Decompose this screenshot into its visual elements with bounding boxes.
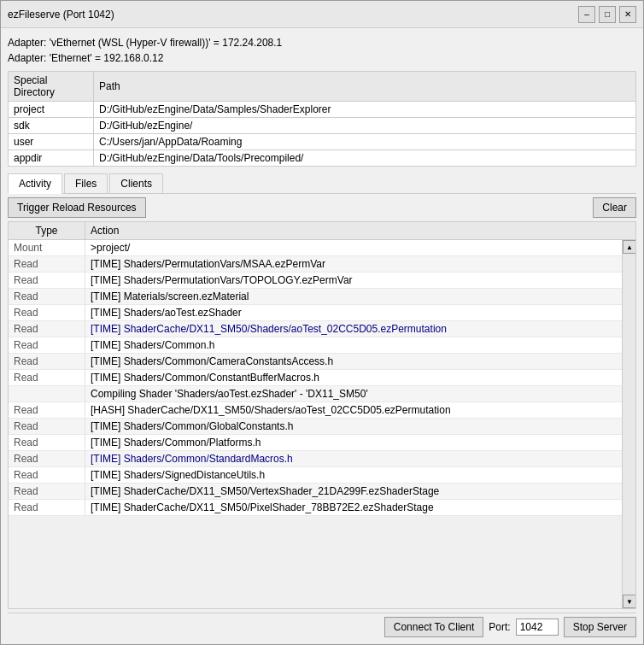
activity-action: [TIME] Shaders/aoTest.ezShader: [85, 305, 622, 320]
list-item: Read[TIME] Shaders/Common.h: [9, 337, 622, 354]
col-action-header: Action: [85, 222, 635, 239]
activity-type: Mount: [9, 240, 85, 255]
list-item: Read[TIME] Shaders/Common/CameraConstant…: [9, 354, 622, 370]
list-item: Read[TIME] ShaderCache/DX11_SM50/PixelSh…: [9, 500, 622, 516]
scroll-down-button[interactable]: ▼: [623, 595, 635, 608]
dir-path: D:/GitHub/ezEngine/Data/Samples/ShaderEx…: [94, 102, 636, 118]
activity-type: Read: [9, 273, 85, 288]
list-item: Read[TIME] Shaders/PermutationVars/TOPOL…: [9, 273, 622, 289]
scroll-track[interactable]: [623, 254, 635, 595]
close-button[interactable]: ✕: [619, 6, 636, 23]
tab-activity[interactable]: Activity: [8, 173, 62, 194]
activity-action: [TIME] ShaderCache/DX11_SM50/PixelShader…: [85, 500, 622, 515]
dir-name: user: [9, 134, 94, 150]
tab-bar: Activity Files Clients: [8, 173, 636, 194]
connect-button[interactable]: Connect To Client: [384, 617, 484, 637]
trigger-reload-button[interactable]: Trigger Reload Resources: [8, 197, 146, 218]
activity-table: Type Action Mount>project/Read[TIME] Sha…: [8, 221, 636, 609]
list-item: Mount>project/: [9, 240, 622, 256]
activity-action: [TIME] Shaders/SignedDistanceUtils.h: [85, 467, 622, 483]
activity-header: Type Action: [9, 222, 635, 240]
table-row: userC:/Users/jan/AppData/Roaming: [9, 134, 636, 150]
list-item: Read[TIME] Materials/screen.ezMaterial: [9, 289, 622, 305]
activity-action: [TIME] Shaders/PermutationVars/MSAA.ezPe…: [85, 256, 622, 272]
list-item: Read[TIME] Shaders/aoTest.ezShader: [9, 305, 622, 321]
list-item: Read[TIME] ShaderCache/DX11_SM50/VertexS…: [9, 484, 622, 500]
activity-type: [9, 386, 85, 402]
minimize-button[interactable]: –: [578, 6, 595, 23]
activity-action: [TIME] Shaders/Common.h: [85, 337, 622, 353]
activity-type: Read: [9, 305, 85, 320]
activity-type: Read: [9, 500, 85, 515]
activity-type: Read: [9, 354, 85, 369]
dir-path: D:/GitHub/ezEngine/: [94, 118, 636, 134]
adapter-2: Adapter: 'Ethernet' = 192.168.0.12: [8, 50, 636, 66]
title-bar: ezFileserve (Port 1042) – □ ✕: [1, 1, 643, 28]
stop-server-button[interactable]: Stop Server: [564, 617, 636, 637]
adapter-info: Adapter: 'vEthernet (WSL (Hyper-V firewa…: [8, 35, 636, 66]
activity-action: [TIME] ShaderCache/DX11_SM50/Shaders/aoT…: [85, 321, 622, 337]
activity-action: >project/: [85, 240, 622, 255]
dir-path: D:/GitHub/ezEngine/Data/Tools/Precompile…: [94, 150, 636, 167]
activity-action: [HASH] ShaderCache/DX11_SM50/Shaders/aoT…: [85, 402, 622, 418]
list-item: Read[TIME] Shaders/Common/GlobalConstant…: [9, 419, 622, 435]
activity-type: Read: [9, 467, 85, 483]
activity-type: Read: [9, 402, 85, 418]
activity-type: Read: [9, 451, 85, 466]
list-item: Read[HASH] ShaderCache/DX11_SM50/Shaders…: [9, 402, 622, 419]
list-item: Compiling Shader 'Shaders/aoTest.ezShade…: [9, 386, 622, 402]
activity-action: [TIME] Shaders/Common/GlobalConstants.h: [85, 419, 622, 434]
activity-action: [TIME] ShaderCache/DX11_SM50/VertexShade…: [85, 484, 622, 499]
activity-action: [TIME] Materials/screen.ezMaterial: [85, 289, 622, 304]
activity-action: [TIME] Shaders/Common/ConstantBufferMacr…: [85, 370, 622, 385]
activity-action: Compiling Shader 'Shaders/aoTest.ezShade…: [85, 386, 622, 402]
activity-type: Read: [9, 435, 85, 450]
col-type-header: Type: [9, 222, 85, 239]
toolbar: Trigger Reload Resources Clear: [8, 197, 636, 218]
maximize-button[interactable]: □: [599, 6, 616, 23]
scroll-up-button[interactable]: ▲: [623, 240, 635, 254]
list-item: Read[TIME] Shaders/SignedDistanceUtils.h: [9, 467, 622, 484]
activity-rows[interactable]: Mount>project/Read[TIME] Shaders/Permuta…: [9, 240, 622, 608]
scrollbar[interactable]: ▲ ▼: [622, 240, 635, 608]
list-item: Read[TIME] ShaderCache/DX11_SM50/Shaders…: [9, 321, 622, 337]
tab-files[interactable]: Files: [64, 173, 108, 193]
dir-name: sdk: [9, 118, 94, 134]
table-row: sdkD:/GitHub/ezEngine/: [9, 118, 636, 134]
dir-col-special: Special Directory: [9, 72, 94, 102]
list-item: Read[TIME] Shaders/PermutationVars/MSAA.…: [9, 256, 622, 273]
main-window: ezFileserve (Port 1042) – □ ✕ Adapter: '…: [0, 0, 644, 645]
content-area: Adapter: 'vEthernet (WSL (Hyper-V firewa…: [1, 28, 643, 644]
port-label: Port:: [489, 621, 510, 633]
activity-type: Read: [9, 419, 85, 434]
list-item: Read[TIME] Shaders/Common/ConstantBuffer…: [9, 370, 622, 386]
dir-name: appdir: [9, 150, 94, 167]
activity-type: Read: [9, 370, 85, 385]
activity-wrapper: Mount>project/Read[TIME] Shaders/Permuta…: [9, 240, 635, 608]
activity-type: Read: [9, 256, 85, 272]
activity-action: [TIME] Shaders/PermutationVars/TOPOLOGY.…: [85, 273, 622, 288]
activity-type: Read: [9, 484, 85, 499]
list-item: Read[TIME] Shaders/Common/Platforms.h: [9, 435, 622, 451]
clear-button[interactable]: Clear: [593, 197, 636, 218]
activity-type: Read: [9, 321, 85, 337]
bottom-bar: Connect To Client Port: Stop Server: [8, 613, 636, 637]
activity-action: [TIME] Shaders/Common/CameraConstantsAcc…: [85, 354, 622, 369]
table-row: appdirD:/GitHub/ezEngine/Data/Tools/Prec…: [9, 150, 636, 167]
activity-action: [TIME] Shaders/Common/StandardMacros.h: [85, 451, 622, 466]
table-row: projectD:/GitHub/ezEngine/Data/Samples/S…: [9, 102, 636, 118]
dir-name: project: [9, 102, 94, 118]
activity-type: Read: [9, 337, 85, 353]
activity-type: Read: [9, 289, 85, 304]
list-item: Read[TIME] Shaders/Common/StandardMacros…: [9, 451, 622, 467]
dir-path: C:/Users/jan/AppData/Roaming: [94, 134, 636, 150]
window-title: ezFileserve (Port 1042): [8, 9, 114, 21]
window-controls: – □ ✕: [578, 6, 636, 23]
directory-table: Special Directory Path projectD:/GitHub/…: [8, 71, 636, 167]
activity-action: [TIME] Shaders/Common/Platforms.h: [85, 435, 622, 450]
tab-clients[interactable]: Clients: [109, 173, 163, 193]
dir-col-path: Path: [94, 72, 636, 102]
port-input[interactable]: [516, 619, 559, 636]
adapter-1: Adapter: 'vEthernet (WSL (Hyper-V firewa…: [8, 35, 636, 50]
